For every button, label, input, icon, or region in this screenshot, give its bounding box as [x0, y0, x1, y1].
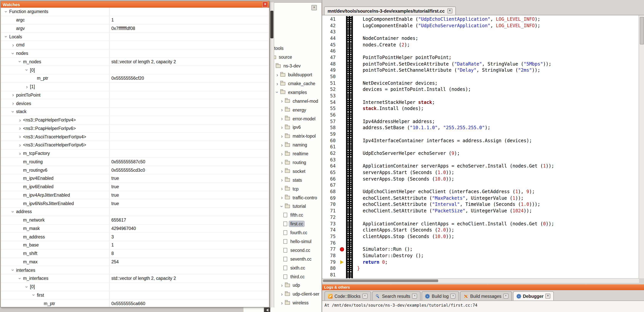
logs-tab-debugger[interactable]: Debugger×	[513, 291, 554, 301]
marker-cell[interactable]	[338, 22, 346, 29]
code-line[interactable]: 74 clientApps.Start (Seconds (2.0));	[322, 227, 639, 233]
watch-row-function-arguments[interactable]: Function arguments	[1, 8, 269, 16]
code-line[interactable]: 43	[322, 29, 639, 35]
marker-cell[interactable]	[338, 169, 346, 176]
watch-row-ns3-pcaphelperforipv6[interactable]: <ns3::PcapHelperForIpv6>	[1, 124, 269, 133]
marker-cell[interactable]	[338, 150, 346, 156]
watch-row-stack[interactable]: stack	[1, 108, 269, 116]
close-icon[interactable]: ×	[412, 294, 417, 299]
code-line[interactable]: 47 PointToPointHelper pointToPoint;	[322, 54, 639, 61]
chevron-down-icon[interactable]	[10, 109, 16, 114]
marker-cell[interactable]	[338, 119, 346, 125]
watch-row-m-nodes[interactable]: m_nodesstd::vector of length 2, capacity…	[1, 58, 269, 66]
watch-row-m-ptr[interactable]: m_ptr0x55555556cf20	[1, 74, 269, 83]
code-line[interactable]: 67	[322, 182, 639, 189]
chevron-right-icon[interactable]	[279, 283, 285, 288]
chevron-right-icon[interactable]	[274, 81, 280, 86]
watch-row-m-mask[interactable]: m_mask4294967040	[1, 224, 269, 233]
chevron-right-icon[interactable]	[279, 186, 285, 191]
marker-cell[interactable]	[338, 61, 346, 67]
code-line[interactable]: 58 address.SetBase ("10.1.1.0", "255.255…	[322, 125, 639, 131]
watch-row-m-routingv6[interactable]: m_routingv60x5555555cd3c0	[1, 166, 269, 174]
close-icon[interactable]: ×	[448, 8, 452, 13]
watch-row-nodes[interactable]: nodes	[1, 49, 269, 58]
watch-row-m-interfaces[interactable]: m_interfacesstd::vector of length 2, cap…	[1, 275, 269, 283]
code-line[interactable]: 79 return 0;	[322, 259, 639, 265]
watch-row-m-shift[interactable]: m_shift8	[1, 250, 269, 258]
watch-row-m-ipv6nsrsjitterenabled[interactable]: m_ipv6NsRsJitterEnabledtrue	[1, 199, 269, 208]
marker-cell[interactable]	[338, 67, 346, 74]
chevron-right-icon[interactable]	[279, 169, 285, 174]
code-line[interactable]: 81	[322, 272, 639, 278]
watch-row-0[interactable]: [0]	[1, 66, 269, 75]
chevron-right-icon[interactable]	[10, 93, 16, 98]
close-icon[interactable]: ×	[503, 294, 508, 299]
chevron-right-icon[interactable]	[279, 107, 285, 112]
code-line[interactable]: 71 echoClient.SetAttribute ("PacketSize"…	[322, 208, 639, 214]
chevron-down-icon[interactable]	[17, 276, 23, 281]
marker-cell[interactable]	[338, 246, 346, 252]
chevron-right-icon[interactable]	[17, 134, 23, 139]
code-line[interactable]: 52 devices = pointToPoint.Install (nodes…	[322, 86, 639, 93]
code-line[interactable]: 70 echoClient.SetAttribute ("Interval", …	[322, 201, 639, 208]
watches-titlebar[interactable]: Watches ×	[1, 1, 269, 8]
chevron-down-icon[interactable]	[10, 209, 16, 214]
chevron-down-icon[interactable]	[24, 67, 30, 72]
chevron-down-icon[interactable]	[17, 59, 23, 64]
marker-cell[interactable]	[338, 125, 346, 131]
marker-cell[interactable]	[338, 16, 346, 22]
code-line[interactable]: 64 ApplicationContainer serverApps = ech…	[322, 163, 639, 169]
code-line[interactable]: 41 LogComponentEnable ("UdpEchoClientApp…	[322, 16, 639, 22]
watch-row-argv[interactable]: argv0x7fffffffdf08	[1, 24, 269, 33]
watch-row-m-ipv4arpjitterenabled[interactable]: m_ipv4ArpJitterEnabledtrue	[1, 191, 269, 199]
marker-cell[interactable]	[338, 112, 346, 118]
code-line[interactable]: 78 Simulator::Destroy ();	[322, 253, 639, 259]
marker-cell[interactable]	[338, 163, 346, 169]
chevron-right-icon[interactable]	[10, 101, 16, 106]
code-line[interactable]: 61	[322, 144, 639, 150]
marker-cell[interactable]	[338, 131, 346, 138]
chevron-down-icon[interactable]	[31, 293, 37, 298]
chevron-right-icon[interactable]	[279, 195, 285, 200]
code-line[interactable]: 49 pointToPoint.SetChannelAttribute ("De…	[322, 67, 639, 74]
code-editor[interactable]: 41 LogComponentEnable ("UdpEchoClientApp…	[322, 15, 639, 278]
marker-cell[interactable]	[338, 157, 346, 163]
breakpoint-icon[interactable]	[340, 247, 344, 251]
logs-tab-search-results[interactable]: Search results×	[372, 291, 421, 301]
code-line[interactable]: 55 stack.Install (nodes);	[322, 106, 639, 112]
logs-tab-build-log[interactable]: Build log×	[422, 291, 459, 301]
watch-row-pointtopoint[interactable]: pointToPoint	[1, 91, 269, 99]
watch-row-m-network[interactable]: m_network655617	[1, 216, 269, 225]
marker-cell[interactable]	[338, 176, 346, 182]
scrollbar-thumb[interactable]	[323, 279, 438, 282]
watch-row-ns3-asciitracehelperforipv4[interactable]: <ns3::AsciiTraceHelperForIpv4>	[1, 133, 269, 141]
marker-cell[interactable]	[338, 240, 346, 246]
code-line[interactable]: 42 LogComponentEnable ("UdpEchoServerApp…	[322, 22, 639, 29]
code-line[interactable]: 45 nodes.Create (2);	[322, 42, 639, 48]
editor-tab-first-cc[interactable]: mnt/dev/tools/source/ns-3-dev/examples/t…	[324, 6, 456, 15]
close-icon[interactable]: ×	[262, 1, 268, 7]
code-line[interactable]: 50	[322, 74, 639, 80]
watch-row-m-max[interactable]: m_max254	[1, 258, 269, 266]
logs-titlebar[interactable]: Logs & others	[322, 284, 644, 290]
watch-row-cmd[interactable]: cmd	[1, 41, 269, 49]
code-line[interactable]: 46	[322, 48, 639, 54]
marker-cell[interactable]	[338, 233, 346, 240]
code-line[interactable]: 62 UdpEchoServerHelper echoServer (9);	[322, 150, 639, 156]
marker-cell[interactable]	[338, 144, 346, 150]
code-line[interactable]: 59	[322, 131, 639, 138]
chevron-right-icon[interactable]	[279, 301, 285, 306]
chevron-right-icon[interactable]	[279, 292, 285, 297]
code-line[interactable]: 68 UdpEchoClientHelper echoClient (inter…	[322, 189, 639, 195]
chevron-right-icon[interactable]	[279, 160, 285, 165]
logs-tab-build-messages[interactable]: Build messages×	[460, 291, 512, 301]
marker-cell[interactable]	[338, 272, 346, 278]
chevron-right-icon[interactable]	[279, 178, 285, 183]
chevron-right-icon[interactable]	[279, 125, 285, 130]
chevron-right-icon[interactable]	[17, 118, 23, 123]
chevron-right-icon[interactable]	[279, 151, 285, 156]
watch-row-address[interactable]: address	[1, 208, 269, 216]
chevron-down-icon[interactable]	[10, 51, 16, 56]
watch-row-m-address[interactable]: m_address3	[1, 233, 269, 241]
marker-cell[interactable]	[338, 42, 346, 48]
